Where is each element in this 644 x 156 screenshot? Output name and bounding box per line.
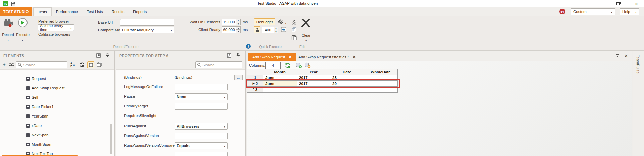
element-item-add-swap-request[interactable]: Add Swap Request — [0, 84, 110, 92]
prop-input-primarytarget[interactable] — [175, 103, 228, 110]
elements-vertical-scrollbar[interactable] — [110, 124, 112, 154]
execute-icon[interactable] — [18, 18, 28, 27]
minimize-button[interactable] — [591, 0, 606, 7]
close-document-icon[interactable]: ✕ — [624, 53, 628, 58]
close-button[interactable] — [629, 0, 644, 7]
close-tab-icon[interactable]: ✕ — [353, 55, 356, 59]
element-item-self[interactable]: Self — [0, 93, 110, 101]
notification-badge[interactable]: 54 — [559, 9, 565, 14]
bindings-ellipsis-button[interactable]: ... — [234, 75, 243, 80]
annotation-speed-input[interactable]: 400 — [262, 27, 274, 33]
prop-input-partial[interactable] — [175, 152, 228, 156]
close-tab-icon[interactable]: ✕ — [288, 55, 292, 59]
prop-input-runsagainstversion[interactable] — [175, 133, 228, 139]
grid-cell[interactable] — [297, 87, 330, 93]
sort-az-icon[interactable]: AZ — [70, 62, 76, 67]
grid-cell[interactable]: June — [263, 81, 297, 87]
compare-mode-select[interactable]: FullPathAndQuery — [120, 27, 174, 33]
tab-reports[interactable]: Reports — [129, 7, 151, 16]
teampulse-tab[interactable]: TeamPulse — [636, 55, 640, 74]
prop-select-pause[interactable]: None — [175, 93, 228, 100]
grid-cell[interactable]: June — [263, 75, 297, 81]
refresh-icon[interactable] — [79, 62, 85, 67]
copy-icon[interactable] — [291, 27, 297, 32]
spin-down-icon[interactable] — [274, 30, 278, 33]
grid-cell[interactable]: 28 — [330, 75, 364, 81]
elements-horizontal-scrollbar[interactable] — [2, 155, 78, 156]
element-item-xdate[interactable]: xDate — [0, 122, 110, 130]
wait-on-elements-input[interactable]: 15,000 — [222, 19, 236, 25]
clear-button[interactable]: Clear — [299, 33, 313, 37]
float-panel-icon[interactable] — [227, 53, 231, 58]
prop-select-runsagainstversioncompare[interactable]: Equals — [175, 142, 228, 149]
element-item-nextspan[interactable]: NextSpan — [0, 131, 110, 139]
gear-icon[interactable] — [278, 19, 283, 25]
calibrate-browsers-link[interactable]: Calibrate browsers — [38, 32, 70, 36]
spin-up-icon[interactable] — [236, 26, 241, 30]
clear-icon[interactable] — [301, 19, 310, 27]
apply-columns-icon[interactable] — [285, 63, 291, 68]
grid-cell[interactable] — [364, 81, 398, 87]
info-icon[interactable]: i — [246, 44, 251, 49]
element-item-date-picker1[interactable]: Date Picker1 — [0, 103, 110, 111]
grid-cell[interactable]: 29 — [330, 81, 364, 87]
doc-tab-add-swap-request[interactable]: Add Swap Request ✕ — [248, 53, 296, 61]
tab-list-icon[interactable] — [615, 54, 619, 57]
grid-rownum[interactable]: 1 — [247, 75, 263, 81]
tab-tests[interactable]: Tests — [33, 7, 52, 16]
tab-test-studio[interactable]: TEST STUDIO — [0, 7, 32, 16]
spin-up-icon[interactable] — [236, 19, 241, 22]
grid-cell[interactable]: 2017 — [297, 75, 330, 81]
execute-dropdown-icon[interactable] — [21, 37, 23, 42]
client-ready-stepper[interactable] — [236, 26, 241, 33]
clear-dropdown-icon[interactable] — [305, 38, 307, 42]
debugger-options-dropdown-icon[interactable] — [285, 21, 287, 25]
base-url-input[interactable] — [120, 19, 174, 26]
annotation-speed-stepper[interactable] — [274, 27, 278, 33]
debugger-button[interactable]: Debugger — [254, 18, 275, 25]
remove-data-column-icon[interactable] — [304, 62, 311, 68]
grid-cell[interactable] — [364, 75, 398, 81]
wait-on-elements-stepper[interactable] — [236, 19, 241, 25]
paste-icon[interactable] — [291, 35, 297, 40]
properties-search-input[interactable] — [202, 62, 241, 68]
help-button[interactable]: Help — [620, 8, 639, 15]
preferred-browser-select[interactable]: Ask me every time — [38, 24, 74, 31]
cut-icon[interactable] — [291, 20, 297, 25]
grid-header-year[interactable]: Year — [297, 69, 330, 75]
collapse-all-toggle[interactable] — [87, 61, 94, 68]
doc-tab-add-swap-request-cs[interactable]: Add Swap Request.tstest.cs * ✕ — [294, 53, 360, 61]
client-ready-input[interactable]: 60,000 — [222, 26, 236, 33]
tab-test-lists[interactable]: Test Lists — [83, 7, 107, 16]
float-panel-icon[interactable] — [96, 53, 101, 58]
columns-count-input[interactable]: 4 — [265, 62, 281, 69]
pin-icon[interactable] — [106, 53, 109, 58]
tab-performance[interactable]: Performance — [52, 7, 83, 16]
cascade-windows-icon[interactable] — [97, 62, 102, 67]
execute-button[interactable]: Execute — [15, 33, 30, 37]
annotate-toggle[interactable] — [254, 26, 260, 33]
prop-select-runsagainst[interactable]: AllBrowsers — [175, 123, 228, 130]
grid-header-month[interactable]: Month — [263, 69, 297, 75]
record-icon[interactable] — [3, 19, 13, 27]
record-button[interactable]: Record — [0, 33, 16, 37]
add-element-icon[interactable]: + — [3, 62, 6, 67]
grid-cell[interactable] — [364, 87, 398, 93]
element-item-request[interactable]: Request — [0, 75, 110, 83]
link-icon[interactable] — [9, 63, 14, 66]
pin-icon[interactable] — [236, 53, 240, 58]
grid-header-date[interactable]: Date — [330, 69, 364, 75]
spin-up-icon[interactable] — [274, 27, 278, 30]
grid-cell[interactable] — [330, 87, 364, 93]
spin-down-icon[interactable] — [236, 30, 241, 33]
prop-input-logmessageonfailure[interactable] — [175, 84, 228, 90]
run-to-here-icon[interactable] — [281, 27, 287, 32]
grid-header-wholedate[interactable]: WholeDate — [364, 69, 398, 75]
elements-search-input[interactable] — [23, 62, 66, 68]
restore-button[interactable] — [610, 0, 626, 7]
grid-rownum-new[interactable]: *3 — [247, 87, 263, 93]
custom-dropdown[interactable]: Custom — [571, 8, 615, 15]
spin-down-icon[interactable] — [236, 22, 241, 25]
element-item-monthspan[interactable]: MonthSpan — [0, 140, 110, 148]
record-dropdown-icon[interactable] — [7, 37, 9, 42]
